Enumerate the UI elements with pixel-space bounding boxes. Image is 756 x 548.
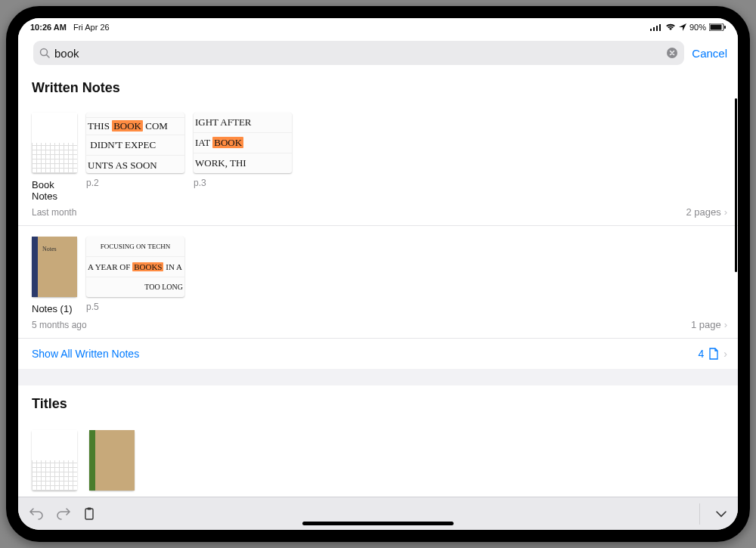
status-icons: 90%	[650, 23, 726, 32]
svg-rect-1	[653, 27, 655, 31]
notebook-cover	[32, 113, 77, 173]
wifi-icon	[665, 23, 676, 31]
page-label: p.5	[86, 302, 184, 312]
battery-percent: 90%	[689, 23, 706, 32]
svg-line-8	[47, 55, 50, 58]
section-header-titles: Titles	[18, 385, 738, 418]
chevron-right-icon: ›	[724, 319, 727, 330]
clear-icon[interactable]	[666, 47, 678, 59]
result-age: Last month	[32, 207, 76, 218]
page-thumbnail[interactable]: FOCUSING ON TECHN A YEAR OF BOOKS IN A T…	[86, 237, 184, 297]
search-input[interactable]	[54, 47, 662, 60]
status-date: Fri Apr 26	[73, 23, 110, 32]
result-title: Notes (1)	[32, 303, 77, 314]
page-label: p.3	[194, 178, 292, 188]
show-all-label: Show All Written Notes	[32, 348, 139, 360]
location-icon	[679, 23, 686, 31]
result-age: 5 months ago	[32, 320, 87, 330]
svg-rect-0	[650, 29, 652, 31]
result-title: Book Notes	[32, 179, 77, 202]
svg-rect-3	[659, 24, 661, 31]
undo-icon[interactable]	[29, 508, 44, 520]
search-result[interactable]: Book Notes THIS BOOK COM DIDN'T EXPEC UN…	[18, 102, 738, 225]
svg-rect-10	[85, 509, 93, 519]
scroll-indicator[interactable]	[735, 98, 737, 272]
notebook-cover[interactable]	[32, 430, 77, 491]
cancel-button[interactable]: Cancel	[692, 47, 727, 60]
clipboard-icon[interactable]	[83, 507, 95, 521]
svg-rect-11	[88, 507, 91, 509]
page-icon	[708, 348, 719, 360]
search-field[interactable]	[33, 41, 684, 65]
search-result[interactable]: Notes Notes (1) FOCUSING ON TECHN A YEAR…	[18, 225, 738, 338]
home-indicator[interactable]	[302, 522, 454, 525]
svg-rect-6	[724, 26, 726, 29]
redo-icon[interactable]	[56, 508, 71, 520]
pages-count: 2 pages	[686, 206, 720, 218]
pages-count: 1 page	[691, 319, 721, 330]
cellular-icon	[650, 23, 662, 31]
notebook-cover[interactable]	[89, 430, 135, 491]
page-thumbnail[interactable]: IGHT AFTER IAT BOOK WORK, THI PS LATES	[194, 113, 292, 173]
svg-rect-5	[711, 25, 722, 30]
section-header-written: Written Notes	[18, 70, 738, 102]
chevron-right-icon: ›	[724, 206, 727, 218]
search-icon	[39, 48, 50, 58]
status-time: 10:26 AM	[30, 23, 67, 32]
chevron-right-icon: ›	[723, 348, 727, 360]
status-bar: 10:26 AM Fri Apr 26 90%	[18, 18, 738, 36]
battery-icon	[709, 23, 726, 31]
notebook-cover: Notes	[32, 237, 77, 297]
svg-rect-2	[656, 26, 658, 31]
chevron-down-icon[interactable]	[715, 510, 727, 518]
page-thumbnail[interactable]: THIS BOOK COM DIDN'T EXPEC UNTS AS SOON	[86, 113, 184, 173]
show-all-written-notes[interactable]: Show All Written Notes 4 ›	[18, 338, 738, 369]
show-all-count: 4	[699, 348, 705, 360]
page-label: p.2	[86, 178, 184, 188]
